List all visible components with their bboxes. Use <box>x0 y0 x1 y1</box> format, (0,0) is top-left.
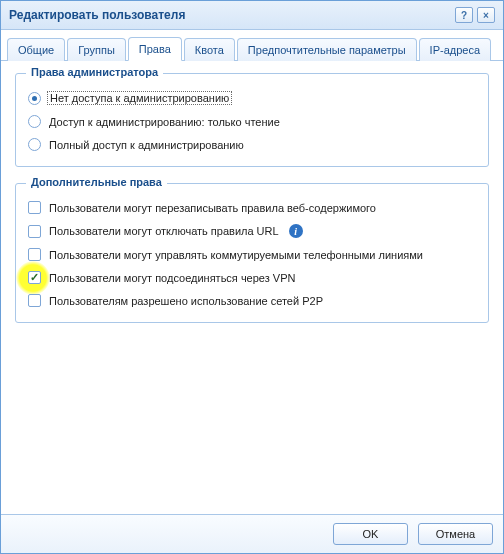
tab-rights[interactable]: Права <box>128 37 182 61</box>
check-label: Пользователи могут перезаписывать правил… <box>47 202 378 214</box>
check-url-rules[interactable]: Пользователи могут отключать правила URL… <box>26 219 478 243</box>
radio-icon <box>28 92 41 105</box>
tab-bar: Общие Группы Права Квота Предпочтительны… <box>1 30 503 61</box>
tab-ip-addresses[interactable]: IP-адреса <box>419 38 491 61</box>
checkbox-icon <box>28 294 41 307</box>
check-label: Пользователям разрешено использование се… <box>47 295 325 307</box>
check-dialup[interactable]: Пользователи могут управлять коммутируем… <box>26 243 478 266</box>
tab-groups[interactable]: Группы <box>67 38 126 61</box>
extra-rights-group: Дополнительные права Пользователи могут … <box>15 183 489 323</box>
check-label: Пользователи могут управлять коммутируем… <box>47 249 425 261</box>
checkbox-icon <box>28 271 41 284</box>
radio-full-access[interactable]: Полный доступ к администрированию <box>26 133 478 156</box>
extra-rights-legend: Дополнительные права <box>26 176 167 188</box>
radio-readonly-access[interactable]: Доступ к администрированию: только чтени… <box>26 110 478 133</box>
titlebar: Редактировать пользователя ? × <box>1 1 503 30</box>
radio-icon <box>28 115 41 128</box>
radio-label: Нет доступа к администрированию <box>47 91 232 105</box>
dialog-footer: OK Отмена <box>1 514 503 553</box>
admin-rights-group: Права администратора Нет доступа к админ… <box>15 73 489 167</box>
tab-general[interactable]: Общие <box>7 38 65 61</box>
ok-button[interactable]: OK <box>333 523 408 545</box>
radio-label: Полный доступ к администрированию <box>47 139 246 151</box>
tab-preferences[interactable]: Предпочтительные параметры <box>237 38 417 61</box>
info-icon[interactable]: i <box>289 224 303 238</box>
check-vpn[interactable]: Пользователи могут подсоединяться через … <box>26 266 478 289</box>
radio-no-access[interactable]: Нет доступа к администрированию <box>26 86 478 110</box>
checkbox-icon <box>28 248 41 261</box>
check-p2p[interactable]: Пользователям разрешено использование се… <box>26 289 478 312</box>
content-area: Права администратора Нет доступа к админ… <box>1 61 503 514</box>
check-label: Пользователи могут отключать правила URL <box>47 225 281 237</box>
checkbox-icon <box>28 225 41 238</box>
check-label: Пользователи могут подсоединяться через … <box>47 272 297 284</box>
check-web-rules[interactable]: Пользователи могут перезаписывать правил… <box>26 196 478 219</box>
cancel-button[interactable]: Отмена <box>418 523 493 545</box>
admin-rights-legend: Права администратора <box>26 66 163 78</box>
titlebar-controls: ? × <box>455 7 495 23</box>
checkbox-icon <box>28 201 41 214</box>
tab-quota[interactable]: Квота <box>184 38 235 61</box>
dialog-window: Редактировать пользователя ? × Общие Гру… <box>0 0 504 554</box>
window-title: Редактировать пользователя <box>9 8 185 22</box>
radio-icon <box>28 138 41 151</box>
radio-label: Доступ к администрированию: только чтени… <box>47 116 282 128</box>
help-icon[interactable]: ? <box>455 7 473 23</box>
close-icon[interactable]: × <box>477 7 495 23</box>
